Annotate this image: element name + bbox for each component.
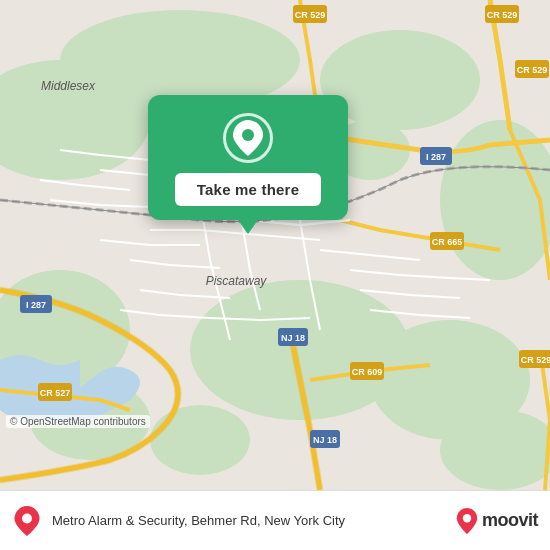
svg-text:CR 665: CR 665 (432, 237, 463, 247)
svg-text:I 287: I 287 (26, 300, 46, 310)
svg-text:NJ 18: NJ 18 (313, 435, 337, 445)
svg-point-9 (150, 405, 250, 475)
svg-point-37 (22, 513, 32, 523)
svg-text:CR 529: CR 529 (517, 65, 548, 75)
svg-text:Piscataway: Piscataway (206, 274, 268, 288)
moovit-brand-text: moovit (482, 510, 538, 531)
svg-point-36 (242, 129, 254, 141)
svg-text:CR 609: CR 609 (352, 367, 383, 377)
svg-text:CR 529: CR 529 (295, 10, 326, 20)
bottom-bar: Metro Alarm & Security, Behmer Rd, New Y… (0, 490, 550, 550)
copyright-text: © OpenStreetMap contributors (6, 415, 150, 428)
moovit-logo: moovit (456, 508, 538, 534)
moovit-pin-icon (456, 508, 478, 534)
svg-text:CR 529: CR 529 (521, 355, 550, 365)
bottom-location-icon (12, 506, 42, 536)
svg-text:Middlesex: Middlesex (41, 79, 96, 93)
map-container: I 287 I 287 CR 529 CR 529 CR 529 CR 529 … (0, 0, 550, 490)
svg-text:I 287: I 287 (426, 152, 446, 162)
location-icon-wrapper (223, 113, 273, 163)
pin-icon (233, 120, 263, 156)
svg-text:CR 527: CR 527 (40, 388, 71, 398)
svg-text:NJ 18: NJ 18 (281, 333, 305, 343)
location-label: Metro Alarm & Security, Behmer Rd, New Y… (52, 513, 446, 528)
svg-point-38 (463, 514, 471, 522)
svg-text:CR 529: CR 529 (487, 10, 518, 20)
take-me-there-button[interactable]: Take me there (175, 173, 321, 206)
popup-card: Take me there (148, 95, 348, 220)
